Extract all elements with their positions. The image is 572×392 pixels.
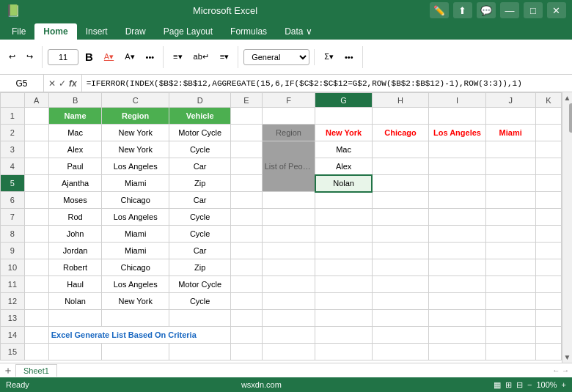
cell-d10[interactable]: Zip [169, 259, 230, 276]
tab-formulas[interactable]: Formulas [221, 23, 276, 40]
cell-b13[interactable] [48, 310, 102, 327]
cell-a7[interactable] [24, 209, 48, 226]
more-button[interactable]: ••• [340, 46, 358, 68]
cell-i10[interactable] [429, 259, 485, 276]
cell-i8[interactable] [429, 226, 485, 243]
cell-i9[interactable] [429, 243, 485, 259]
cell-e4[interactable] [231, 158, 262, 175]
cell-i1[interactable] [429, 108, 485, 125]
cell-a13[interactable] [24, 310, 48, 327]
cell-g15[interactable] [315, 344, 372, 360]
cell-j8[interactable] [485, 226, 535, 243]
cell-f6[interactable] [262, 192, 315, 209]
cell-j5[interactable] [485, 175, 535, 192]
col-header-k[interactable]: K [535, 93, 561, 108]
cell-h14[interactable] [372, 327, 428, 344]
cell-c11[interactable]: Los Angeles [102, 276, 169, 293]
cell-k6[interactable] [535, 192, 561, 209]
cell-d4[interactable]: Car [169, 158, 230, 175]
col-header-c[interactable]: C [102, 93, 169, 108]
cell-f1[interactable] [262, 108, 315, 125]
cell-b4[interactable]: Paul [48, 158, 102, 175]
cell-i3[interactable] [429, 141, 485, 158]
cell-d1[interactable]: Vehicle [169, 108, 230, 125]
cell-f10[interactable] [262, 259, 315, 276]
cell-h6[interactable] [372, 192, 428, 209]
cell-c2[interactable]: New York [102, 125, 169, 141]
page-break-icon[interactable]: ⊟ [516, 380, 523, 390]
sheet-tab-1[interactable]: Sheet1 [15, 364, 57, 377]
cell-b9[interactable]: Jordan [48, 243, 102, 259]
tab-home[interactable]: Home [34, 23, 76, 40]
cell-c15[interactable] [102, 344, 169, 360]
cell-k9[interactable] [535, 243, 561, 259]
cell-i12[interactable] [429, 293, 485, 310]
cell-f7[interactable] [262, 209, 315, 226]
cell-i7[interactable] [429, 209, 485, 226]
cell-j12[interactable] [485, 293, 535, 310]
share-button[interactable]: ⬆ [453, 2, 472, 18]
cell-i6[interactable] [429, 192, 485, 209]
cell-g4[interactable]: Alex [315, 158, 372, 175]
cell-e5[interactable] [231, 175, 262, 192]
cell-k13[interactable] [535, 310, 561, 327]
cell-e2[interactable] [231, 125, 262, 141]
col-header-h[interactable]: H [372, 93, 428, 108]
wrap-text-button[interactable]: ≡▾ [169, 46, 186, 68]
tab-insert[interactable]: Insert [77, 23, 117, 40]
cell-h2[interactable]: Chicago [372, 125, 428, 141]
cell-k7[interactable] [535, 209, 561, 226]
cell-b6[interactable]: Moses [48, 192, 102, 209]
highlight-button[interactable]: A▾ [120, 46, 139, 68]
cell-k5[interactable] [535, 175, 561, 192]
cell-d2[interactable]: Motor Cycle [169, 125, 230, 141]
cell-g12[interactable] [315, 293, 372, 310]
cell-e13[interactable] [231, 310, 262, 327]
pen-icon[interactable]: ✏️ [430, 2, 449, 18]
cell-k1[interactable] [535, 108, 561, 125]
cell-c10[interactable]: Chicago [102, 259, 169, 276]
cell-b8[interactable]: John [48, 226, 102, 243]
cell-h5[interactable] [372, 175, 428, 192]
cell-a4[interactable] [24, 158, 48, 175]
tab-file[interactable]: File [3, 23, 34, 40]
cell-i2[interactable]: Los Angeles [429, 125, 485, 141]
cell-c13[interactable] [102, 310, 169, 327]
cell-c9[interactable]: Miami [102, 243, 169, 259]
cell-d13[interactable] [169, 310, 230, 327]
maximize-button[interactable]: □ [524, 2, 543, 18]
cell-reference-input[interactable] [0, 75, 44, 92]
cell-i14[interactable] [429, 327, 485, 344]
col-header-d[interactable]: D [169, 93, 230, 108]
cell-g3[interactable]: Mac [315, 141, 372, 158]
col-header-g[interactable]: G [315, 93, 372, 108]
cell-a15[interactable] [24, 344, 48, 360]
cell-h11[interactable] [372, 276, 428, 293]
col-header-e[interactable]: E [231, 93, 262, 108]
cell-i4[interactable] [429, 158, 485, 175]
cell-f15[interactable] [262, 344, 315, 360]
cell-f11[interactable] [262, 276, 315, 293]
cell-j11[interactable] [485, 276, 535, 293]
cell-j7[interactable] [485, 209, 535, 226]
cell-d15[interactable] [169, 344, 230, 360]
cell-c5[interactable]: Miami [102, 175, 169, 192]
cell-c1[interactable]: Region [102, 108, 169, 125]
cell-g8[interactable] [315, 226, 372, 243]
cell-e12[interactable] [231, 293, 262, 310]
zoom-in-icon[interactable]: + [562, 380, 566, 390]
cell-d11[interactable]: Motor Cycle [169, 276, 230, 293]
cell-b12[interactable]: Nolan [48, 293, 102, 310]
cell-e1[interactable] [231, 108, 262, 125]
cell-a10[interactable] [24, 259, 48, 276]
cell-j3[interactable] [485, 141, 535, 158]
cell-k10[interactable] [535, 259, 561, 276]
cell-c8[interactable]: Miami [102, 226, 169, 243]
cell-j9[interactable] [485, 243, 535, 259]
cell-h9[interactable] [372, 243, 428, 259]
cell-h12[interactable] [372, 293, 428, 310]
cell-k2[interactable] [535, 125, 561, 141]
col-header-b[interactable]: B [48, 93, 102, 108]
cell-e6[interactable] [231, 192, 262, 209]
zoom-out-icon[interactable]: − [527, 380, 532, 390]
